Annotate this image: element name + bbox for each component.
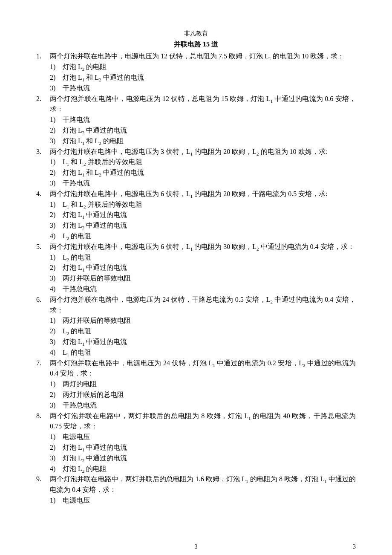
- problem: 4.两个灯泡并联在电路中，电源电压为 6 伏特，L1 的电阻为 20 欧姆，干路…: [36, 189, 356, 242]
- sub-text: 灯泡 L1 和 L2 中通过的电流: [63, 72, 356, 83]
- sub-text: L2 的电阻: [63, 326, 356, 337]
- sub-text: 灯泡 L2 中通过的电流: [63, 220, 356, 231]
- problem-stem: 两个灯泡并联在电路中，电源电压为 3 伏特，L1 的电阻为 20 欧姆，L2 的…: [50, 147, 356, 157]
- sub-number: 1): [50, 379, 63, 390]
- sub-item: 3)干路电流: [50, 83, 356, 94]
- sub-number: 2): [50, 210, 63, 220]
- problem-head: 1.两个灯泡并联在电路中，电源电压为 12 伏特，总电阻为 7.5 欧姆，灯泡 …: [36, 51, 356, 62]
- problem-number: 3.: [36, 147, 50, 157]
- sub-text: 灯泡 L1 中通过的电流: [63, 210, 356, 220]
- sub-text: 灯泡 L2 中通过的电流: [63, 453, 356, 464]
- problem: 5.两个灯泡并联在电路中，电源电压为 6 伏特，L1 的电阻为 30 欧姆，L2…: [36, 242, 356, 295]
- sub-text: 灯泡 L2 的电阻: [63, 464, 356, 474]
- sub-number: 1): [50, 115, 63, 125]
- problem-stem: 两个灯泡并联在电路中，两灯并联后的总电阻为 1.6 欧姆，灯泡 L1 的电阻为 …: [50, 474, 356, 495]
- sub-text: 灯泡 L1 中通过的电流: [63, 263, 356, 273]
- sub-item: 4)灯泡 L2 的电阻: [50, 464, 356, 474]
- problem-head: 5.两个灯泡并联在电路中，电源电压为 6 伏特，L1 的电阻为 30 欧姆，L2…: [36, 242, 356, 252]
- sub-text: 两灯的电阻: [63, 379, 356, 390]
- sub-item: 2)灯泡 L1 中通过的电流: [50, 442, 356, 453]
- sub-number: 1): [50, 157, 63, 168]
- page-header: 非凡教育: [36, 29, 356, 38]
- sub-number: 2): [50, 442, 63, 453]
- sub-number: 1): [50, 495, 63, 506]
- problem-head: 7.两个灯泡并联在电路中，电源电压为 24 伏特，灯泡 L1 中通过的电流为 0…: [36, 358, 356, 379]
- sub-item: 2)灯泡 L1 和 L2 中通过的电流: [50, 72, 356, 83]
- problem-number: 4.: [36, 189, 50, 199]
- sub-item: 3)灯泡 L2 中通过的电流: [50, 453, 356, 464]
- sub-item: 1)两灯并联后的等效电阻: [50, 315, 356, 326]
- sub-item: 2)灯泡 L2 中通过的电流: [50, 125, 356, 136]
- sub-text: L2 的电阻: [63, 252, 356, 263]
- sub-item: 2)两灯并联后的总电阻: [50, 390, 356, 400]
- sub-list: 1)两灯的电阻2)两灯并联后的总电阻3)干路总电流: [36, 379, 356, 410]
- sub-text: 电源电压: [63, 495, 356, 506]
- sub-list: 1)L2 的电阻2)灯泡 L1 中通过的电流3)两灯并联后的等效电阻4)干路总电…: [36, 252, 356, 295]
- problem-head: 6.两个灯泡并联在电路中，电源电压为 24 伏特，干路总电流为 0.5 安培，L…: [36, 295, 356, 316]
- sub-text: 灯泡 L1 中通过的电流: [63, 337, 356, 347]
- page-title: 并联电路 15 道: [36, 39, 356, 50]
- sub-list: 1)L1 和 L2 并联后的等效电阻2)灯泡 L1 和 L2 中通过的电流3)干…: [36, 157, 356, 188]
- sub-text: 电源电压: [63, 432, 356, 442]
- sub-text: 两灯并联后的等效电阻: [63, 315, 356, 326]
- sub-item: 1)干路电流: [50, 115, 356, 125]
- sub-item: 3)灯泡 L1 和 L2 的电阻: [50, 136, 356, 147]
- problem: 6.两个灯泡并联在电路中，电源电压为 24 伏特，干路总电流为 0.5 安培，L…: [36, 295, 356, 358]
- sub-item: 4)干路总电流: [50, 284, 356, 295]
- problem-stem: 两个灯泡并联在电路中，两灯并联后的总电阻为 8 欧姆，灯泡 L1 的电阻为 40…: [50, 411, 356, 432]
- sub-text: L1 的电阻: [63, 347, 356, 358]
- sub-text: 灯泡 L1 和 L2 的电阻: [63, 136, 356, 147]
- problem-number: 5.: [36, 242, 50, 252]
- problem-list: 1.两个灯泡并联在电路中，电源电压为 12 伏特，总电阻为 7.5 欧姆，灯泡 …: [36, 51, 356, 506]
- sub-number: 1): [50, 199, 63, 210]
- sub-item: 1)L1 和 L2 并联后的等效电阻: [50, 199, 356, 210]
- sub-item: 3)灯泡 L2 中通过的电流: [50, 220, 356, 231]
- page-number-center: 3: [195, 542, 198, 552]
- sub-item: 2)灯泡 L1 中通过的电流: [50, 263, 356, 273]
- sub-item: 2)灯泡 L1 中通过的电流: [50, 210, 356, 220]
- sub-list: 1)灯泡 L2 的电阻2)灯泡 L1 和 L2 中通过的电流3)干路电流: [36, 62, 356, 93]
- sub-item: 4)L1 的电阻: [50, 347, 356, 358]
- sub-number: 3): [50, 453, 63, 464]
- sub-text: 干路总电流: [63, 284, 356, 295]
- sub-text: 干路电流: [63, 178, 356, 189]
- sub-number: 3): [50, 136, 63, 147]
- sub-number: 4): [50, 284, 63, 295]
- sub-text: 灯泡 L1 中通过的电流: [63, 442, 356, 453]
- problem-number: 9.: [36, 474, 50, 485]
- sub-item: 4)L2 的电阻: [50, 231, 356, 242]
- problem-head: 4.两个灯泡并联在电路中，电源电压为 6 伏特，L1 的电阻为 20 欧姆，干路…: [36, 189, 356, 199]
- sub-text: 两灯并联后的等效电阻: [63, 273, 356, 284]
- problem: 8.两个灯泡并联在电路中，两灯并联后的总电阻为 8 欧姆，灯泡 L1 的电阻为 …: [36, 411, 356, 474]
- sub-number: 3): [50, 83, 63, 94]
- problem-number: 2.: [36, 94, 50, 104]
- sub-item: 2)灯泡 L1 和 L2 中通过的电流: [50, 168, 356, 178]
- problem-stem: 两个灯泡并联在电路中，电源电压为 6 伏特，L1 的电阻为 30 欧姆，L2 中…: [50, 242, 356, 252]
- problem-stem: 两个灯泡并联在电路中，电源电压为 12 伏特，总电阻为 15 欧姆，灯泡 L1 …: [50, 94, 356, 115]
- sub-number: 2): [50, 125, 63, 136]
- problem-head: 3.两个灯泡并联在电路中，电源电压为 3 伏特，L1 的电阻为 20 欧姆，L2…: [36, 147, 356, 157]
- sub-item: 1)电源电压: [50, 495, 356, 506]
- problem-head: 8.两个灯泡并联在电路中，两灯并联后的总电阻为 8 欧姆，灯泡 L1 的电阻为 …: [36, 411, 356, 432]
- sub-item: 3)两灯并联后的等效电阻: [50, 273, 356, 284]
- sub-text: 两灯并联后的总电阻: [63, 390, 356, 400]
- sub-number: 2): [50, 263, 63, 273]
- sub-number: 3): [50, 178, 63, 189]
- problem-number: 6.: [36, 295, 50, 305]
- problem-number: 7.: [36, 358, 50, 369]
- sub-list: 1)电源电压: [36, 495, 356, 506]
- problem: 9.两个灯泡并联在电路中，两灯并联后的总电阻为 1.6 欧姆，灯泡 L1 的电阻…: [36, 474, 356, 506]
- sub-text: L1 和 L2 并联后的等效电阻: [63, 199, 356, 210]
- sub-number: 4): [50, 464, 63, 474]
- sub-list: 1)干路电流2)灯泡 L2 中通过的电流3)灯泡 L1 和 L2 的电阻: [36, 115, 356, 146]
- sub-text: 灯泡 L1 和 L2 中通过的电流: [63, 168, 356, 178]
- sub-number: 3): [50, 273, 63, 284]
- sub-item: 1)电源电压: [50, 432, 356, 442]
- sub-number: 2): [50, 168, 63, 178]
- sub-number: 4): [50, 347, 63, 358]
- sub-number: 3): [50, 400, 63, 411]
- sub-item: 1)灯泡 L2 的电阻: [50, 62, 356, 72]
- sub-item: 3)干路总电流: [50, 400, 356, 411]
- sub-list: 1)两灯并联后的等效电阻2)L2 的电阻3)灯泡 L1 中通过的电流4)L1 的…: [36, 315, 356, 358]
- problem: 1.两个灯泡并联在电路中，电源电压为 12 伏特，总电阻为 7.5 欧姆，灯泡 …: [36, 51, 356, 93]
